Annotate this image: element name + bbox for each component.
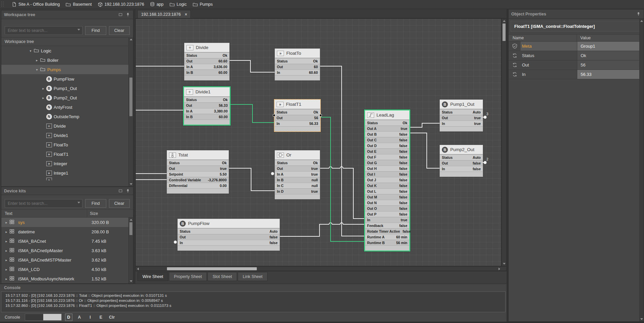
minimize-icon[interactable] bbox=[118, 189, 123, 193]
breadcrumb-item[interactable]: Logic bbox=[170, 2, 187, 7]
canvas-vertical-scrollbar[interactable] bbox=[502, 18, 507, 266]
wire-sheet-canvas[interactable]: ÷DivideStatusOkOut60.60In A3,636.00In B6… bbox=[135, 18, 502, 266]
pin-icon[interactable] bbox=[125, 12, 130, 17]
tree-item-divide[interactable]: ÷Divide bbox=[1, 121, 133, 131]
tree-item-boiler[interactable]: ▸Boiler bbox=[1, 55, 133, 65]
expand-arrow-icon[interactable]: ▸ bbox=[4, 230, 9, 234]
tree-item-integer[interactable]: »Integer bbox=[1, 159, 133, 168]
kit-row-iSMA_BACnetIpMaster[interactable]: ▸iSMA_BACnetIpMaster3.63 kB bbox=[1, 246, 133, 255]
expand-arrow-icon[interactable]: ▾ bbox=[28, 49, 33, 53]
property-name[interactable]: Meta bbox=[521, 42, 577, 51]
device-kits-panel: Device kits Find Clear Text Size ▸sys320… bbox=[1, 187, 133, 284]
workspace-clear-button[interactable]: Clear bbox=[109, 26, 130, 35]
pin-icon[interactable] bbox=[636, 12, 641, 16]
tree-item-floatto[interactable]: »FloatTo bbox=[1, 140, 133, 149]
close-icon[interactable]: × bbox=[185, 12, 187, 17]
tab-wire-sheet[interactable]: Wire Sheet bbox=[137, 272, 168, 281]
console-filter-clr[interactable]: Clr bbox=[108, 314, 116, 321]
breadcrumb-label: 192.168.10.223:1876 bbox=[105, 2, 144, 7]
kits-search-input[interactable] bbox=[5, 199, 82, 208]
properties-rows: MetaGroup1StatusOkOut56In56.33 bbox=[509, 42, 644, 79]
kits-scrollbar[interactable] bbox=[128, 218, 133, 283]
tab-slot-sheet[interactable]: Slot Sheet bbox=[208, 272, 237, 281]
workspace-tree-scrollbar[interactable] bbox=[128, 37, 133, 186]
expand-arrow-icon[interactable]: ▸ bbox=[35, 58, 39, 62]
kit-row-iSMA_ModbusAsyncNetwork[interactable]: ▸iSMA_ModbusAsyncNetwork1.52 kB bbox=[1, 274, 133, 283]
kit-row-iSMA_BACnet[interactable]: ▸iSMA_BACnet7.45 kB bbox=[1, 236, 133, 246]
expand-arrow-icon[interactable]: ▸ bbox=[41, 96, 46, 100]
kits-clear-button[interactable]: Clear bbox=[109, 199, 130, 208]
tree-item-pump1_out[interactable]: ▸BPump1_Out bbox=[1, 84, 133, 93]
tree-item-pumpflow[interactable]: BPumpFlow bbox=[1, 74, 133, 84]
tree-item-divide1[interactable]: ÷Divide1 bbox=[1, 131, 133, 140]
wire-link-white[interactable] bbox=[410, 123, 440, 127]
tree-item-floatt1[interactable]: »FloatT1 bbox=[1, 149, 133, 159]
tab-link-sheet[interactable]: Link Sheet bbox=[238, 272, 268, 281]
wire-link-green[interactable] bbox=[231, 104, 274, 123]
tree-item-outsidetemp[interactable]: NOutsideTemp bbox=[1, 112, 133, 121]
wire-link-white[interactable] bbox=[410, 133, 440, 168]
tree-item-intege1[interactable]: »Intege1 bbox=[1, 168, 133, 178]
minimize-icon[interactable] bbox=[118, 12, 123, 17]
kits-column-size[interactable]: Size bbox=[87, 210, 133, 217]
tree-item-partial[interactable]: » bbox=[1, 178, 133, 180]
console-filter-i[interactable]: I bbox=[86, 314, 94, 321]
kit-row-iSMA_LCD[interactable]: ▸iSMA_LCD4.50 kB bbox=[1, 265, 133, 274]
property-value[interactable]: Group1 bbox=[577, 42, 644, 51]
breadcrumb-label: Site A - Office Building bbox=[18, 2, 60, 7]
kit-size: 4.50 kB bbox=[89, 267, 133, 272]
console-filter-d[interactable]: D bbox=[65, 314, 72, 321]
property-name[interactable]: Status bbox=[521, 51, 577, 60]
properties-column-value[interactable]: Value bbox=[577, 35, 644, 41]
breadcrumb-item[interactable]: Basement bbox=[66, 2, 92, 7]
pin-icon[interactable] bbox=[125, 189, 130, 193]
property-value[interactable]: 56.33 bbox=[577, 70, 644, 79]
properties-scrollbar[interactable] bbox=[639, 19, 644, 321]
kit-row-datetime[interactable]: ▸datetime208.00 B bbox=[1, 227, 133, 236]
expand-arrow-icon[interactable]: ▾ bbox=[35, 68, 39, 72]
property-value[interactable]: 56 bbox=[577, 60, 644, 70]
breadcrumb-item[interactable]: 192.168.10.223:1876 bbox=[98, 2, 144, 7]
expand-arrow-icon[interactable]: ▸ bbox=[4, 277, 9, 281]
workspace-search-input[interactable] bbox=[5, 26, 82, 35]
wire-link-white[interactable] bbox=[320, 66, 364, 236]
breadcrumb-item[interactable]: Pumps bbox=[193, 2, 213, 7]
console-log[interactable]: 15:17:17.932 - [D] [192.168.10.223:1876 … bbox=[1, 291, 506, 312]
tree-item-pumps[interactable]: ▾Pumps bbox=[1, 65, 133, 74]
expand-arrow-icon[interactable]: ▸ bbox=[4, 239, 9, 243]
expand-arrow-icon[interactable]: ▸ bbox=[41, 87, 46, 90]
toolbar-grip-icon[interactable] bbox=[1, 2, 6, 7]
kit-row-sys[interactable]: ▸sys320.00 B bbox=[1, 218, 133, 227]
wire-link-white[interactable] bbox=[230, 60, 275, 72]
expand-arrow-icon[interactable]: ▸ bbox=[4, 221, 9, 224]
kits-column-text[interactable]: Text bbox=[1, 210, 87, 217]
document-tab[interactable]: 192.168.10.223:1876 × bbox=[137, 10, 191, 18]
wire-link-white[interactable] bbox=[229, 168, 275, 191]
kit-row-iSMA_BACnetMSTPMaster[interactable]: ▸iSMA_BACnetMSTPMaster3.62 kB bbox=[1, 255, 133, 265]
chevron-down-icon[interactable] bbox=[77, 29, 80, 31]
workspace-find-button[interactable]: Find bbox=[85, 26, 106, 35]
chevron-down-icon[interactable] bbox=[77, 202, 80, 203]
properties-column-name[interactable]: Name bbox=[509, 35, 577, 41]
property-name[interactable]: In bbox=[521, 70, 577, 79]
console-filter-a[interactable]: A bbox=[76, 314, 83, 321]
tree-item-pump2_out[interactable]: ▸BPump2_Out bbox=[1, 93, 133, 102]
console-filter-e[interactable]: E bbox=[97, 314, 105, 321]
wire-link-white[interactable] bbox=[320, 167, 364, 219]
breadcrumb-item[interactable]: app bbox=[150, 2, 164, 7]
property-value[interactable]: Ok bbox=[577, 51, 644, 60]
device-kits-header: Device kits bbox=[1, 187, 133, 195]
breadcrumb-item[interactable]: Site A - Office Building bbox=[12, 2, 60, 7]
tree-item-antyfrost[interactable]: NAntyFrost bbox=[1, 102, 133, 112]
canvas-horizontal-scrollbar[interactable] bbox=[135, 266, 507, 271]
expand-arrow-icon[interactable]: ▸ bbox=[4, 268, 9, 271]
kits-find-button[interactable]: Find bbox=[85, 199, 106, 208]
property-name[interactable]: Out bbox=[521, 60, 577, 70]
tab-property-sheet[interactable]: Property Sheet bbox=[169, 272, 207, 281]
wire-link-white[interactable] bbox=[280, 223, 364, 236]
expand-arrow-icon[interactable]: ▸ bbox=[4, 258, 9, 262]
tree-item-logic[interactable]: ▾Logic bbox=[1, 46, 133, 55]
console-toggle[interactable] bbox=[25, 314, 62, 321]
tree-item-label: Pumps bbox=[47, 67, 61, 72]
expand-arrow-icon[interactable]: ▸ bbox=[4, 249, 9, 252]
